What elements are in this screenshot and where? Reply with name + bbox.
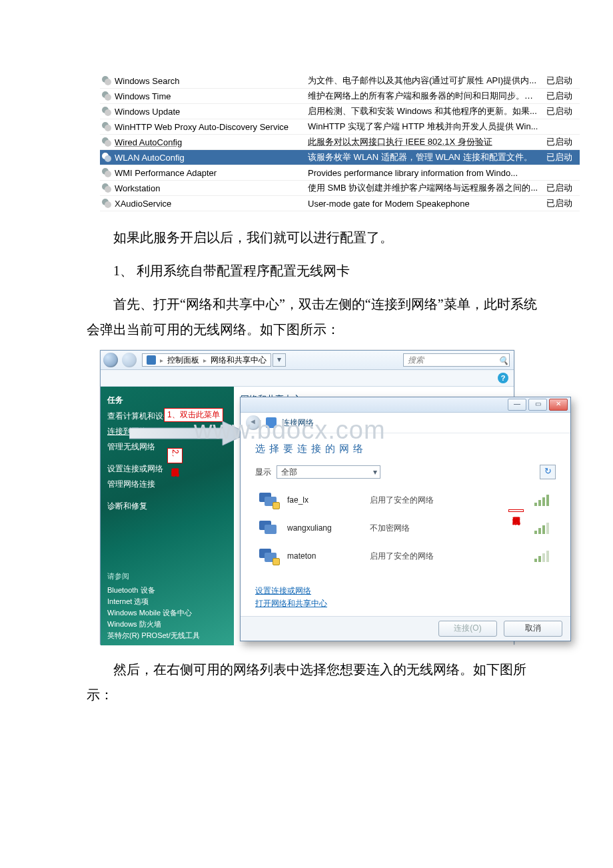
crumb-2[interactable]: 网络和共享中心 [211, 354, 267, 366]
see-also-windows-mobile[interactable]: Windows Mobile 设备中心 [107, 607, 227, 619]
gear-icon [101, 167, 112, 178]
network-security: 启用了安全的网络 [370, 495, 470, 506]
close-button[interactable]: ✕ [549, 399, 568, 411]
service-row[interactable]: WLAN AutoConfig该服务枚举 WLAN 适配器，管理 WLAN 连接… [100, 150, 580, 165]
tasks-sidebar: 任务 查看计算机和设备 连接到网络 管理无线网络 设置连接或网络 管理网络连接 … [101, 387, 234, 645]
dialog-header: 连接网络 [241, 413, 570, 433]
crumb-1[interactable]: 控制面板 [167, 354, 199, 366]
search-icon: 🔍 [498, 355, 508, 364]
minimize-button[interactable]: — [508, 399, 526, 411]
svg-point-5 [105, 109, 111, 116]
service-desc: User-mode gate for Modem Speakephone [308, 199, 546, 209]
network-security: 不加密网络 [370, 523, 470, 534]
dialog-titlebar: — ▭ ✕ [241, 397, 570, 413]
location-icon [147, 355, 156, 365]
paragraph-1: 如果此服务开启以后，我们就可以进行配置了。 [87, 225, 540, 250]
nav-fwd-button[interactable] [122, 353, 137, 367]
connect-network-dialog: — ▭ ✕ 连接网络 www.bdocx.com 选择要连接的网络 显示 全部 … [240, 397, 571, 641]
task-connect-network[interactable]: 连接到网络 [101, 424, 234, 439]
service-row[interactable]: Wired AutoConfig此服务对以太网接口执行 IEEE 802.1X … [100, 135, 580, 150]
svg-point-17 [105, 201, 111, 208]
service-desc: 此服务对以太网接口执行 IEEE 802.1X 身份验证 [308, 136, 546, 148]
service-row[interactable]: Windows Update启用检测、下载和安装 Windows 和其他程序的更… [100, 104, 580, 119]
service-row[interactable]: Windows Search为文件、电子邮件以及其他内容(通过可扩展性 API)… [100, 73, 580, 89]
service-desc: 使用 SMB 协议创建并维护客户端网络与远程服务器之间的... [308, 182, 546, 194]
network-name: mateton [287, 551, 360, 561]
nav-back-button[interactable] [103, 353, 118, 367]
gear-icon [101, 106, 112, 117]
gear-icon [101, 91, 112, 101]
service-status: 已启动 [546, 182, 580, 194]
callout-2: 2、系统会弹出当前可用的无线网络 [167, 448, 183, 463]
see-also: 请参阅 Bluetooth 设备 Internet 选项 Windows Mob… [101, 571, 234, 641]
network-item[interactable]: wangxuliang不加密网络 [255, 514, 556, 542]
see-also-proset[interactable]: 英特尔(R) PROSet/无线工具 [107, 630, 227, 641]
callout-3: 当前可用的无线网络列表 [508, 509, 524, 512]
task-setup-connection[interactable]: 设置连接或网络 [101, 461, 234, 477]
cancel-button[interactable]: 取消 [504, 621, 562, 637]
signal-icon [534, 522, 552, 534]
paragraph-2: 1、 利用系统自带配置程序配置无线网卡 [87, 258, 540, 283]
dropdown-icon[interactable]: ▾ [273, 353, 286, 367]
gear-icon [101, 183, 112, 193]
svg-point-3 [105, 94, 111, 101]
service-desc: 该服务枚举 WLAN 适配器，管理 WLAN 连接和配置文件。 [308, 151, 546, 163]
network-security: 启用了安全的网络 [370, 551, 470, 562]
help-icon[interactable]: ? [498, 373, 508, 383]
task-manage-connections[interactable]: 管理网络连接 [101, 477, 234, 492]
services-list: Windows Search为文件、电子邮件以及其他内容(通过可扩展性 API)… [100, 73, 580, 211]
service-status: 已启动 [546, 136, 580, 148]
svg-point-13 [105, 171, 111, 177]
network-icon [266, 417, 277, 428]
gear-icon [101, 152, 112, 163]
see-also-header: 请参阅 [107, 571, 227, 582]
connect-button[interactable]: 连接(O) [438, 621, 497, 637]
gear-icon [101, 198, 112, 209]
callout-1: 1、双击此菜单 [164, 408, 223, 422]
network-computer-icon [259, 493, 278, 507]
service-row[interactable]: Workstation使用 SMB 协议创建并维护客户端网络与远程服务器之间的.… [100, 181, 580, 196]
service-name: Windows Search [115, 76, 308, 86]
svg-point-11 [105, 155, 111, 162]
show-combo[interactable]: 全部 [277, 465, 380, 479]
task-diagnose[interactable]: 诊断和修复 [101, 499, 234, 514]
lock-icon [273, 558, 280, 565]
link-setup-connection[interactable]: 设置连接或网络 [255, 585, 556, 597]
dialog-footer: 连接(O) 取消 [241, 616, 570, 641]
see-also-internet-options[interactable]: Internet 选项 [107, 596, 227, 607]
service-row[interactable]: Windows Time维护在网络上的所有客户端和服务器的时间和日期同步。如..… [100, 89, 580, 104]
maximize-button[interactable]: ▭ [528, 399, 547, 411]
service-name: WMI Performance Adapter [115, 168, 308, 178]
see-also-bluetooth[interactable]: Bluetooth 设备 [107, 585, 227, 596]
screenshot-composite: 控制面板 网络和共享中心 ▾ 搜索 🔍 ? 任务 查看计算机和设备 连接到网络 [100, 350, 573, 643]
service-desc: 为文件、电子邮件以及其他内容(通过可扩展性 API)提供内... [308, 75, 546, 87]
signal-icon [534, 550, 552, 562]
svg-point-7 [105, 125, 111, 131]
service-name: Workstation [115, 183, 308, 193]
service-row[interactable]: XAudioServiceUser-mode gate for Modem Sp… [100, 196, 580, 211]
dialog-back-button[interactable] [246, 415, 261, 430]
link-open-sharing-center[interactable]: 打开网络和共享中心 [255, 597, 556, 610]
toolbar: ? [101, 370, 514, 387]
service-name: Wired AutoConfig [115, 137, 308, 147]
dialog-body: www.bdocx.com 选择要连接的网络 显示 全部 ↻ fae_lx启用了… [241, 433, 570, 615]
service-name: XAudioService [115, 199, 308, 209]
service-row[interactable]: WMI Performance AdapterProvides performa… [100, 165, 580, 181]
lock-icon [273, 502, 280, 509]
search-input[interactable]: 搜索 🔍 [403, 353, 510, 367]
dialog-links: 设置连接或网络 打开网络和共享中心 [255, 585, 556, 610]
gear-icon [101, 137, 112, 147]
service-status: 已启动 [546, 90, 580, 102]
paragraph-3: 首先、打开“网络和共享中心”，双击左侧的“连接到网络”菜单，此时系统会弹出当前可… [87, 291, 540, 342]
network-name: fae_lx [287, 495, 360, 505]
see-also-firewall[interactable]: Windows 防火墙 [107, 619, 227, 630]
svg-point-1 [105, 79, 111, 85]
refresh-button[interactable]: ↻ [540, 465, 556, 479]
service-row[interactable]: WinHTTP Web Proxy Auto-Discovery Service… [100, 119, 580, 135]
service-status: 已启动 [546, 105, 580, 117]
service-name: WinHTTP Web Proxy Auto-Discovery Service [115, 122, 308, 132]
service-desc: 维护在网络上的所有客户端和服务器的时间和日期同步。如... [308, 90, 546, 102]
network-item[interactable]: mateton启用了安全的网络 [255, 542, 556, 570]
service-desc: Provides performance library information… [308, 168, 546, 178]
breadcrumb[interactable]: 控制面板 网络和共享中心 [142, 353, 271, 367]
